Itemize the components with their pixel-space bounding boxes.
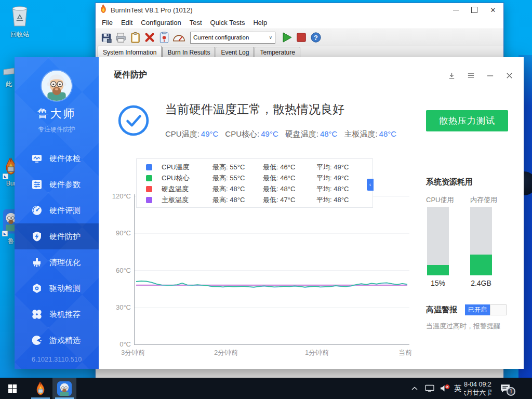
download-button[interactable] — [447, 71, 456, 79]
legend-row: CPU核心最高: 55°C最低: 46°C平均: 49°C — [137, 172, 373, 183]
cpu-usage-value: 15% — [427, 279, 449, 287]
sidebar-nav: 硬件体检硬件参数硬件评测硬件防护清理优化驱动检测装机推荐游戏精选 — [15, 145, 99, 353]
stat-value: 46°C — [280, 163, 295, 171]
volume-muted-icon[interactable] — [437, 378, 452, 399]
tab-event-log[interactable]: Event Log — [216, 47, 254, 58]
sidebar-item-gauge[interactable]: 硬件评测 — [15, 197, 99, 223]
ime-indicator[interactable]: 英 — [451, 378, 464, 399]
sidebar-item-clover[interactable]: 装机推荐 — [15, 301, 99, 327]
taskbar-ludashi-button[interactable] — [52, 378, 76, 399]
ludashi-window: 鲁大师 专注硬件防护 硬件体检硬件参数硬件评测硬件防护清理优化驱动检测装机推荐游… — [15, 57, 524, 369]
menu-item-edit[interactable]: Edit — [117, 19, 137, 26]
menu-button[interactable] — [467, 71, 475, 79]
tab-temperature[interactable]: Temperature — [255, 47, 300, 58]
series-CPU核心 — [136, 281, 407, 287]
heat-stress-test-button[interactable]: 散热压力测试 — [426, 110, 508, 131]
legend-swatch — [146, 175, 152, 181]
stop-tests-button[interactable] — [294, 31, 309, 44]
menu-item-file[interactable]: File — [98, 19, 117, 26]
ludashi-main-panel: 硬件防护 当前硬件温度正常，散热情况良好 CPU温度:49°CCPU核心:49°… — [99, 57, 524, 369]
chevron-left-icon: ‹ — [369, 182, 371, 188]
temp-label: CPU温度: — [165, 129, 200, 138]
print-button[interactable] — [113, 31, 128, 44]
status-ok-check-icon — [118, 105, 149, 136]
close-button[interactable]: ✕ — [484, 3, 502, 17]
legend-stat-avg: 平均: 48°C — [316, 184, 349, 194]
legend-row: CPU温度最高: 55°C最低: 46°C平均: 49°C — [137, 162, 373, 172]
test-preferences-button[interactable] — [157, 31, 171, 44]
high-temp-alert-toggle[interactable]: 已开启 — [465, 304, 507, 315]
sidebar-item-pacman[interactable]: 游戏精选 — [15, 327, 99, 353]
temp-value: 49°C — [261, 129, 278, 138]
taskbar: 英 8-04 09:20 六月廿六 周六 1 — [0, 378, 532, 399]
chevron-up-icon — [411, 387, 418, 391]
tab-burn-in-results[interactable]: Burn In Results — [162, 47, 215, 58]
temp-label: 主板温度: — [344, 129, 377, 138]
sidebar-item-monitor-pulse[interactable]: 硬件体检 — [15, 145, 99, 171]
sidebar-item-brush[interactable]: 清理优化 — [15, 249, 99, 275]
delete-button[interactable] — [142, 31, 157, 44]
legend-swatch — [146, 186, 152, 192]
sidebar-item-lightning-shield[interactable]: 硬件防护 — [15, 223, 99, 249]
legend-stat-avg: 平均: 49°C — [316, 174, 349, 183]
menu-item-test[interactable]: Test — [185, 19, 206, 26]
menu-item-help[interactable]: Help — [249, 19, 271, 26]
lightning-shield-icon — [32, 231, 42, 242]
window-controls — [447, 71, 513, 79]
configuration-select[interactable]: Current configuration ∨ — [190, 32, 275, 44]
tray-expand-button[interactable] — [408, 378, 421, 399]
ludashi-sidebar: 鲁大师 专注硬件防护 硬件体检硬件参数硬件评测硬件防护清理优化驱动检测装机推荐游… — [15, 57, 99, 369]
legend-series-name: CPU核心 — [162, 174, 212, 183]
cpu-usage-bar — [427, 207, 449, 275]
y-axis-tick: 0°C — [102, 340, 131, 348]
sidebar-item-label: 游戏精选 — [49, 336, 81, 345]
desktop-icon-recycle-bin[interactable]: 回收站 — [2, 4, 37, 39]
avatar — [42, 71, 72, 101]
save-button[interactable] — [99, 31, 113, 44]
legend-row: 硬盘温度最高: 48°C最低: 48°C平均: 48°C — [137, 183, 373, 194]
nut-icon — [32, 283, 42, 294]
x-axis-tick: 当前 — [398, 348, 412, 357]
network-status-icon[interactable] — [422, 378, 437, 399]
temp-label: 硬盘温度: — [285, 129, 318, 138]
cpu-usage-fill — [427, 265, 449, 275]
gauge-button[interactable] — [171, 31, 186, 44]
stat-label: 最低: — [263, 185, 278, 193]
menu-item-quick-tests[interactable]: Quick Tests — [206, 19, 249, 26]
legend-swatch — [146, 164, 152, 170]
close-button[interactable] — [505, 71, 513, 79]
menu-item-configuration[interactable]: Configuration — [137, 19, 185, 26]
temp-value: 49°C — [201, 129, 219, 138]
resources-title: 系统资源耗用 — [426, 177, 473, 187]
stat-value: 55°C — [230, 163, 245, 171]
action-center-button[interactable]: 1 — [491, 378, 518, 399]
temperature-chart — [134, 190, 409, 345]
help-button[interactable]: ? — [309, 31, 323, 44]
temp-summary-item: CPU温度:49°C — [165, 129, 218, 139]
legend-collapse-tab[interactable]: ‹ — [367, 179, 374, 191]
stat-label: 最高: — [212, 185, 228, 193]
stat-label: 最低: — [263, 196, 278, 204]
start-tests-button[interactable] — [280, 31, 294, 44]
minimize-button[interactable] — [446, 3, 465, 17]
legend-swatch — [146, 197, 152, 203]
shortcut-arrow-icon — [2, 231, 8, 236]
sidebar-item-sliders[interactable]: 硬件参数 — [15, 171, 99, 197]
legend-stat-max: 最高: 48°C — [212, 195, 263, 205]
maximize-button[interactable] — [465, 3, 484, 17]
shortcut-arrow-icon — [3, 174, 8, 179]
legend-series-name: 硬盘温度 — [162, 184, 212, 194]
configuration-select-value: Current configuration — [193, 34, 249, 41]
stat-label: 最高: — [212, 196, 228, 204]
screen: 回收站 此 Bur 鲁 BurnInTest V8.1 Pro (1012) — [0, 0, 532, 399]
brush-icon — [32, 257, 42, 268]
sidebar-item-nut[interactable]: 驱动检测 — [15, 275, 99, 301]
stat-label: 最高: — [212, 174, 228, 182]
start-button[interactable] — [0, 378, 25, 399]
tab-system-information[interactable]: System Information — [98, 46, 162, 58]
y-axis-tick: 90°C — [102, 229, 131, 237]
clipboard-button[interactable] — [128, 31, 142, 44]
y-axis-tick: 60°C — [102, 267, 131, 274]
minimize-button[interactable] — [486, 71, 494, 79]
taskbar-burnintest-button[interactable] — [29, 378, 52, 399]
